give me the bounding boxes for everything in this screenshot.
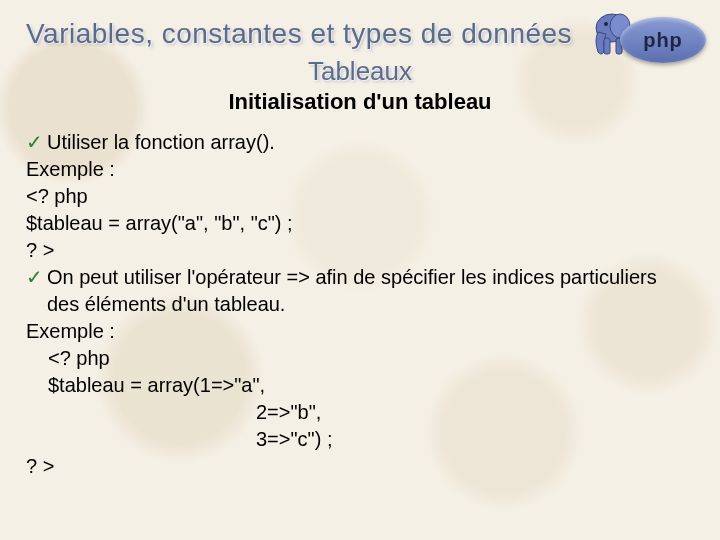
check-icon: ✓: [26, 129, 43, 156]
example-1-label: Exemple :: [26, 156, 694, 183]
check-icon: ✓: [26, 264, 43, 318]
section-heading: Initialisation d'un tableau: [26, 89, 694, 115]
code-close-tag-2: ? >: [26, 453, 694, 480]
bullet-2: ✓ On peut utiliser l'opérateur => afin d…: [26, 264, 694, 318]
code-open-tag-1: <? php: [26, 183, 694, 210]
bullet-1: ✓ Utiliser la fonction array().: [26, 129, 694, 156]
slide-body: ✓ Utiliser la fonction array(). Exemple …: [26, 129, 694, 480]
code-line-1: $tableau = array("a", "b", "c") ;: [26, 210, 694, 237]
code-line-2a: $tableau = array(1=>"a",: [26, 372, 694, 399]
slide-subtitle: Tableaux: [26, 56, 694, 87]
example-2-label: Exemple :: [26, 318, 694, 345]
slide-title: Variables, constantes et types de donnée…: [26, 18, 694, 50]
code-open-tag-2: <? php: [26, 345, 694, 372]
code-close-tag-1: ? >: [26, 237, 694, 264]
bullet-1-text: Utiliser la fonction array().: [47, 129, 275, 156]
code-line-2c: 3=>"c") ;: [26, 426, 694, 453]
code-line-2b: 2=>"b",: [26, 399, 694, 426]
bullet-2-text: On peut utiliser l'opérateur => afin de …: [47, 264, 694, 318]
